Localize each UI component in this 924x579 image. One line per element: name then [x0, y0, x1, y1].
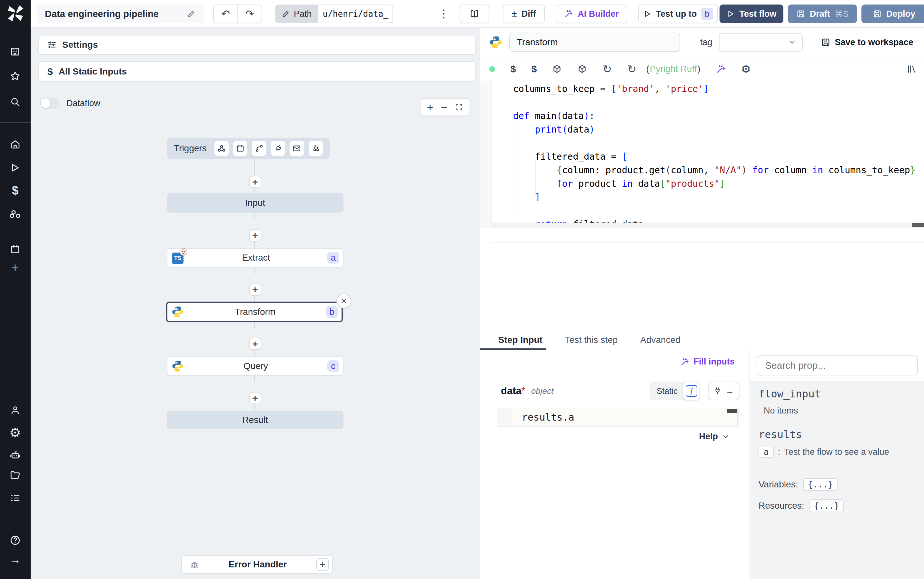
- flow-title-box[interactable]: Data engineering pipeline: [37, 5, 204, 23]
- settings-gear-icon[interactable]: ⚙: [9, 427, 21, 439]
- path-label-segment[interactable]: Path: [276, 5, 318, 23]
- redo-button[interactable]: ↷: [238, 8, 261, 20]
- diagnostics-label[interactable]: ( Pyright Ruff ): [646, 64, 700, 74]
- flow-result-node[interactable]: Result: [167, 411, 343, 429]
- ai-builder-button[interactable]: AI Builder: [556, 5, 627, 23]
- package-icon[interactable]: [552, 62, 562, 75]
- extract-step-node[interactable]: TS Extract a: [167, 248, 343, 267]
- expr-editor[interactable]: results.a: [497, 408, 739, 427]
- expr-scrollbar-thumb[interactable]: [727, 409, 737, 413]
- home-icon[interactable]: [9, 138, 21, 150]
- code-lines: columns_to_keep = ['brand', 'price'] def…: [513, 82, 924, 228]
- deploy-button[interactable]: Deploy: [862, 5, 924, 23]
- more-options-kebab-icon[interactable]: ⋮: [438, 7, 449, 20]
- variables-chip[interactable]: {...}: [803, 478, 837, 491]
- zoom-out-button[interactable]: −: [441, 101, 447, 114]
- draft-button[interactable]: Draft ⌘S: [788, 5, 857, 23]
- code-line: {column: product.get(column, "N/A") for …: [513, 164, 924, 177]
- scrollbar-thumb[interactable]: [912, 223, 924, 227]
- horizontal-scrollbar[interactable]: [492, 222, 924, 228]
- tab-step-input[interactable]: Step Input: [498, 335, 542, 345]
- email-trigger-icon[interactable]: [290, 141, 304, 156]
- insert-step-button[interactable]: +: [249, 229, 261, 242]
- connect-input-button[interactable]: →: [708, 381, 740, 400]
- user-icon[interactable]: [9, 404, 21, 416]
- edit-title-pencil-icon[interactable]: [187, 9, 196, 18]
- add-error-handler-button[interactable]: +: [316, 558, 329, 571]
- package-icon[interactable]: [577, 62, 587, 75]
- close-icon: [340, 297, 348, 305]
- save-to-workspace-button[interactable]: Save to workspace: [821, 38, 913, 47]
- editor-settings-gear-icon[interactable]: ⚙: [741, 62, 751, 75]
- static-inputs-icon[interactable]: $: [511, 62, 516, 75]
- error-handler-node[interactable]: Error Handler +: [181, 555, 333, 574]
- docs-book-button[interactable]: [460, 5, 489, 23]
- resources-icon[interactable]: [9, 208, 21, 220]
- add-icon[interactable]: +: [9, 262, 21, 274]
- save-to-workspace-label: Save to workspace: [835, 38, 913, 47]
- tab-test-this-step[interactable]: Test this step: [565, 335, 618, 345]
- insert-step-button[interactable]: +: [249, 338, 261, 350]
- step-name-input[interactable]: [509, 33, 680, 52]
- test-flow-button[interactable]: Test flow: [720, 5, 784, 23]
- library-icon[interactable]: [907, 62, 916, 75]
- resources-chip[interactable]: {...}: [810, 499, 844, 512]
- websocket-trigger-icon[interactable]: [271, 141, 285, 156]
- reload-icon[interactable]: ↻: [602, 62, 612, 75]
- route-trigger-icon[interactable]: [252, 141, 266, 156]
- poll-trigger-icon[interactable]: [309, 141, 323, 156]
- resources-row[interactable]: Resources: {...}: [759, 499, 844, 512]
- test-up-to-button[interactable]: Test up to b: [638, 5, 718, 23]
- variables-icon[interactable]: $: [9, 185, 21, 197]
- dataflow-toggle[interactable]: [40, 98, 60, 109]
- variables-row[interactable]: Variables: {...}: [759, 478, 837, 491]
- schedule-trigger-icon[interactable]: [233, 141, 247, 156]
- flow-settings-row[interactable]: Settings: [38, 35, 476, 55]
- triggers-bar[interactable]: Triggers: [167, 138, 330, 159]
- favorites-star-icon[interactable]: [9, 70, 21, 82]
- query-step-node[interactable]: Query c: [167, 357, 343, 376]
- tab-advanced[interactable]: Advanced: [640, 335, 681, 345]
- undo-button[interactable]: ↶: [214, 8, 237, 20]
- webhook-trigger-icon[interactable]: [214, 141, 229, 156]
- collapse-arrow-icon[interactable]: →: [9, 553, 21, 566]
- insert-step-button[interactable]: +: [249, 283, 261, 296]
- workspace-icon[interactable]: [9, 46, 21, 58]
- remove-step-button[interactable]: [336, 294, 351, 308]
- schedules-icon[interactable]: [9, 243, 21, 255]
- expr-value[interactable]: results.a: [522, 412, 575, 423]
- transform-step-node-selected[interactable]: Transform b: [166, 302, 343, 322]
- deploy-label: Deploy: [886, 9, 915, 19]
- fill-inputs-button[interactable]: Fill inputs: [680, 357, 735, 367]
- diff-button[interactable]: ± Diff: [503, 5, 545, 23]
- tag-select[interactable]: [719, 33, 803, 52]
- result-key-chip[interactable]: a: [759, 446, 774, 458]
- flow-header-divider: [31, 88, 480, 88]
- workers-robot-icon[interactable]: [9, 449, 21, 461]
- javascript-expr-toggle[interactable]: ƒ: [683, 381, 700, 400]
- help-toggle[interactable]: Help: [699, 432, 730, 442]
- folders-icon[interactable]: [9, 469, 21, 481]
- results-section-label[interactable]: results: [759, 429, 802, 441]
- search-prop-input[interactable]: [757, 355, 918, 375]
- insert-step-button[interactable]: +: [249, 176, 261, 188]
- code-editor[interactable]: columns_to_keep = ['brand', 'price'] def…: [480, 81, 924, 228]
- deploy-main[interactable]: Deploy: [862, 9, 924, 19]
- zoom-in-button[interactable]: +: [427, 101, 433, 114]
- reload-icon[interactable]: ↻: [627, 62, 637, 75]
- all-static-inputs-row[interactable]: $ All Static Inputs: [38, 61, 476, 82]
- help-icon[interactable]: [9, 534, 21, 546]
- flow-input-node[interactable]: Input: [167, 193, 343, 213]
- flow-input-section-label[interactable]: flow_input: [759, 388, 821, 400]
- variables-dollar-icon[interactable]: $: [532, 62, 537, 75]
- audit-logs-icon[interactable]: [9, 492, 21, 504]
- ai-assistant-wand-icon[interactable]: [716, 62, 726, 75]
- diag-paren: ): [697, 64, 700, 74]
- fullscreen-button[interactable]: [455, 103, 463, 111]
- path-group[interactable]: Path u/henri/data_: [275, 5, 393, 23]
- insert-step-button[interactable]: +: [249, 392, 261, 404]
- search-icon[interactable]: [9, 96, 21, 108]
- result-item-row[interactable]: a : Test the flow to see a value: [759, 446, 889, 458]
- windmill-logo[interactable]: [7, 4, 24, 22]
- runs-icon[interactable]: [9, 162, 21, 174]
